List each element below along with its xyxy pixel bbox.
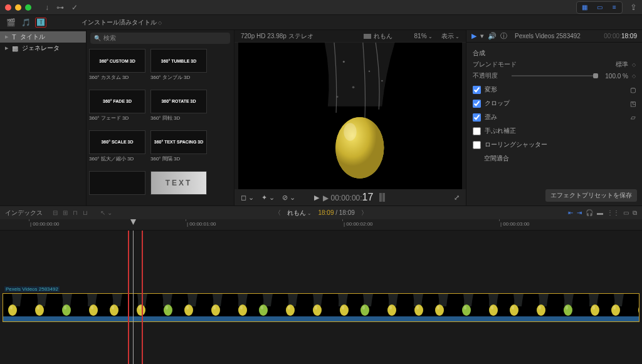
svg-point-35 (213, 306, 216, 309)
svg-point-38 (240, 306, 243, 309)
timeline-ruler[interactable]: | 00:00:00:00| 00:00:01:00| 00:00:02:00|… (0, 219, 642, 231)
category-sidebar: ▶ T タイトル ▶ ▩ ジェネレータ (0, 30, 87, 205)
connect-icon[interactable]: ⊓ (73, 209, 78, 216)
workspace-dual[interactable]: ▭ (593, 3, 606, 12)
distort-checkbox[interactable] (473, 113, 481, 122)
titles-browser-icon[interactable]: 🆃 (35, 18, 46, 28)
spatial-conform-section[interactable]: 空間適合 (473, 153, 636, 164)
playhead-marker-icon[interactable] (130, 219, 136, 225)
svg-point-73 (537, 304, 545, 316)
retime-icon[interactable]: ⊘ ⌄ (282, 194, 295, 202)
title-thumb[interactable]: 360° TEXT SPACING 3D360° 間隔 3D (150, 130, 207, 169)
background-tasks-icon[interactable]: ✓ (71, 3, 78, 12)
keyword-icon[interactable]: ⊶ (56, 3, 64, 12)
stabilization-checkbox[interactable] (473, 127, 481, 135)
viewer-canvas[interactable] (238, 43, 462, 189)
workspace-timeline[interactable]: ≡ (608, 3, 621, 12)
timeline-clip[interactable]: Pexels Videos 2583492 (3, 293, 639, 322)
save-preset-button[interactable]: エフェクトプリセットを保存 (545, 189, 637, 202)
maximize-window-button[interactable] (25, 4, 31, 11)
title-thumb[interactable]: TEXT (150, 171, 207, 203)
svg-point-41 (261, 306, 263, 309)
title-thumb[interactable]: 360° SCALE 3D360° 拡大／縮小 3D (89, 130, 145, 169)
insert-icon[interactable]: ⊔ (83, 209, 88, 216)
svg-point-13 (35, 304, 44, 316)
history-forward-icon[interactable]: 〉 (361, 209, 367, 217)
title-thumb[interactable]: 360° ROTATE 3D360° 回転 3D (150, 90, 207, 128)
workspace-grid[interactable]: ▦ (578, 3, 591, 12)
crop-checkbox[interactable] (473, 100, 481, 108)
project-name-dropdown[interactable]: れもん (287, 209, 312, 217)
svg-point-64 (462, 304, 471, 316)
zoom-dropdown[interactable]: 81% (414, 33, 433, 39)
index-button[interactable]: インデックス (5, 209, 43, 217)
timecode-display[interactable]: ▶ 00:00:00:17 (323, 192, 373, 203)
audio-browser-icon[interactable]: 🎵 (20, 18, 31, 28)
info-inspector-icon[interactable]: ⓘ (500, 31, 507, 41)
title-thumb[interactable]: 360° CUSTOM 3D360° カスタム 3D (89, 49, 145, 87)
category-label: タイトル (20, 33, 45, 41)
fullscreen-icon[interactable]: ⤢ (454, 194, 460, 202)
transform-section[interactable]: 変形▢ (473, 84, 636, 95)
svg-point-59 (416, 306, 419, 309)
snapping-icon[interactable]: ▬ (597, 209, 603, 217)
clip-appearance-icon[interactable]: ▭ (623, 209, 629, 217)
tool-select-icon[interactable]: ↖ ⌄ (100, 209, 112, 216)
stepper-icon[interactable]: ◇ (632, 73, 636, 79)
distort-icon: ▱ (631, 114, 636, 121)
clip-duration: 00:00:18:09 (604, 33, 637, 39)
stabilization-section[interactable]: 手ぶれ補正 (473, 125, 636, 137)
video-inspector-icon[interactable]: ▶ (471, 32, 476, 40)
svg-point-74 (539, 306, 541, 309)
timeline-body[interactable]: Pexels Videos 2583492 (0, 231, 642, 364)
solo-icon[interactable]: 🎧 (586, 209, 593, 217)
title-thumb[interactable]: 360° FADE 3D360° フェード 3D (89, 90, 145, 128)
thumbnail-grid[interactable]: 360° CUSTOM 3D360° カスタム 3D 360° TUMBLE 3… (87, 46, 234, 205)
transform-icon[interactable]: ◻ ⌄ (241, 194, 254, 202)
view-dropdown[interactable]: 表示 (441, 32, 460, 41)
category-generators[interactable]: ▶ ▩ ジェネレータ (0, 43, 86, 54)
blend-mode-row[interactable]: ブレンドモード 標準 ◇ (473, 59, 636, 70)
title-thumb[interactable]: 360° TUMBLE 3D360° タンブル 3D (150, 49, 207, 87)
category-titles[interactable]: ▶ T タイトル (0, 31, 86, 43)
title-thumb[interactable] (89, 171, 145, 203)
rolling-shutter-checkbox[interactable] (473, 141, 481, 149)
crop-section[interactable]: クロップ◳ (473, 98, 636, 109)
playhead[interactable] (133, 231, 134, 364)
search-input[interactable]: 検索 (90, 33, 230, 44)
audio-inspector-icon[interactable]: 🔊 (488, 32, 497, 40)
media-browser-icon[interactable]: 🎬 (5, 18, 16, 28)
svg-point-43 (286, 304, 295, 316)
compositing-section[interactable]: 合成 (473, 48, 636, 59)
svg-point-17 (64, 306, 66, 309)
disclosure-triangle-icon: ▶ (5, 34, 8, 39)
svg-point-26 (139, 306, 141, 309)
audio-skimming-icon[interactable]: ⇥ (577, 209, 582, 217)
import-icon[interactable]: ↓ (45, 3, 49, 12)
viewer-header: 720p HD 23.98p ステレオ れもん 81% 表示 (234, 30, 466, 43)
lanes-icon[interactable]: ⋮⋮ (607, 209, 619, 217)
close-window-button[interactable] (5, 4, 11, 11)
opacity-slider[interactable] (512, 75, 598, 76)
sidebar-toggle-icon[interactable]: ⧉ (633, 209, 637, 217)
svg-point-46 (313, 304, 322, 316)
svg-point-28 (164, 304, 172, 316)
transform-checkbox[interactable] (473, 86, 481, 94)
minimize-window-button[interactable] (15, 4, 21, 11)
play-button[interactable]: ▶ (314, 194, 319, 202)
category-dropdown[interactable]: インストール済みタイトル (82, 18, 162, 27)
position-icon[interactable]: ⊞ (63, 209, 68, 216)
skimming-icon[interactable]: ⇤ (568, 209, 573, 217)
share-icon[interactable]: ⇪ (630, 3, 637, 12)
distort-section[interactable]: 歪み▱ (473, 112, 636, 123)
color-inspector-icon[interactable]: ▾ (480, 32, 484, 40)
svg-rect-84 (630, 294, 639, 316)
enhance-icon[interactable]: ✦ ⌄ (261, 194, 275, 202)
trim-icon[interactable]: ⊟ (53, 209, 58, 216)
opacity-row[interactable]: 不透明度 100.0 % ◇ (473, 70, 636, 81)
category-label: ジェネレータ (22, 44, 60, 53)
svg-point-47 (315, 306, 317, 309)
history-back-icon[interactable]: 〈 (275, 209, 281, 217)
disclosure-triangle-icon: ▶ (5, 46, 8, 51)
rolling-shutter-section[interactable]: ローリングシャッター (473, 139, 636, 150)
